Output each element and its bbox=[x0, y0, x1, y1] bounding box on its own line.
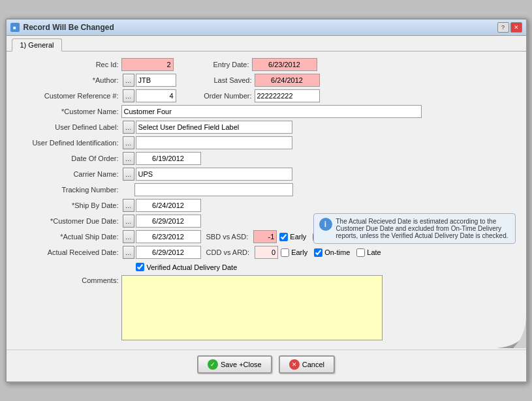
row-comments: Comments: bbox=[17, 275, 516, 340]
row-customer-name: *Customer Name: bbox=[17, 105, 516, 118]
row-carrier-name: Carrier Name: … bbox=[17, 168, 516, 181]
info-box-container: i The Actual Recieved Date is estimated … bbox=[313, 213, 516, 244]
row-rec-id: Rec Id: Entry Date: bbox=[17, 58, 516, 71]
ship-by-date-field[interactable] bbox=[136, 199, 201, 212]
title-bar: ■ Record Will Be Changed ? ✕ bbox=[7, 20, 526, 36]
actual-received-date-label: Actual Received Date: bbox=[17, 248, 121, 256]
rec-id-label: Rec Id: bbox=[17, 61, 121, 68]
help-button[interactable]: ? bbox=[497, 22, 509, 33]
cdd-vs-ard-row: CDD vs ARD: Early On-time bbox=[206, 246, 381, 259]
sbd-vs-asd-label: SBD vs ASD: bbox=[206, 233, 251, 241]
actual-ship-date-field[interactable] bbox=[136, 230, 201, 243]
user-defined-id-field[interactable] bbox=[136, 136, 292, 149]
cdd-late-checkbox[interactable] bbox=[356, 248, 365, 257]
row-author: *Author: … Last Saved: bbox=[17, 74, 516, 87]
close-button[interactable]: ✕ bbox=[510, 22, 522, 33]
customer-due-date-field[interactable] bbox=[136, 215, 201, 228]
row-verified: Verified Actual Delivery Date bbox=[136, 263, 516, 271]
title-bar-left: ■ Record Will Be Changed bbox=[10, 23, 114, 32]
cdd-vs-ard-field[interactable] bbox=[255, 246, 278, 259]
ship-by-date-label: *Ship By Date: bbox=[17, 201, 121, 209]
carrier-name-label: Carrier Name: bbox=[17, 170, 121, 178]
tab-bar: 1) General bbox=[7, 36, 526, 52]
tracking-number-field[interactable] bbox=[134, 183, 293, 196]
verified-label: Verified Actual Delivery Date bbox=[147, 263, 238, 271]
row-user-defined-id: User Defined Identification: … bbox=[17, 136, 516, 149]
customer-ref-picker-button[interactable]: … bbox=[123, 89, 134, 102]
sbd-early-label: Early bbox=[290, 233, 306, 241]
actual-received-date-picker[interactable]: … bbox=[123, 246, 134, 259]
cdd-early-checkbox[interactable] bbox=[281, 248, 289, 257]
form-area: Rec Id: Entry Date: *Author: … Last Save… bbox=[7, 52, 526, 349]
cancel-button[interactable]: ✕ Cancel bbox=[279, 355, 335, 374]
user-defined-id-picker-button[interactable]: … bbox=[123, 136, 134, 149]
actual-received-date-field[interactable] bbox=[136, 246, 201, 259]
tab-general[interactable]: 1) General bbox=[12, 38, 63, 52]
footer: ✓ Save +Close ✕ Cancel bbox=[7, 349, 526, 381]
author-label: *Author: bbox=[17, 76, 121, 84]
user-defined-picker-button[interactable]: … bbox=[123, 121, 134, 134]
date-of-order-label: Date Of Order: bbox=[17, 155, 121, 162]
date-of-order-picker-button[interactable]: … bbox=[123, 152, 134, 165]
entry-date-label: Entry Date: bbox=[174, 61, 252, 68]
customer-ref-label: Customer Reference #: bbox=[17, 92, 121, 100]
customer-due-date-picker[interactable]: … bbox=[123, 215, 134, 228]
cdd-ontime-checkbox[interactable] bbox=[314, 248, 322, 257]
window-controls: ? ✕ bbox=[497, 22, 522, 33]
cdd-ontime-label: On-time bbox=[324, 248, 350, 256]
order-number-label: Order Number: bbox=[176, 92, 255, 100]
rec-id-field[interactable] bbox=[121, 58, 174, 71]
verified-checkbox[interactable] bbox=[136, 263, 144, 271]
customer-ref-field[interactable] bbox=[136, 89, 176, 102]
info-box: i The Actual Recieved Date is estimated … bbox=[313, 213, 516, 244]
row-customer-ref: Customer Reference #: … Order Number: bbox=[17, 89, 516, 102]
user-defined-label-label: User Defined Label: bbox=[17, 123, 121, 131]
carrier-name-picker-button[interactable]: … bbox=[123, 168, 134, 181]
customer-due-date-label: *Customer Due Date: bbox=[17, 217, 121, 225]
comments-field[interactable] bbox=[121, 275, 383, 340]
info-icon: i bbox=[319, 218, 332, 231]
author-field[interactable] bbox=[136, 74, 176, 87]
cancel-label: Cancel bbox=[302, 361, 324, 368]
row-actual-received-date: Actual Received Date: … CDD vs ARD: Earl… bbox=[17, 246, 381, 259]
date-of-order-field[interactable] bbox=[136, 152, 201, 165]
main-window: ■ Record Will Be Changed ? ✕ 1) General … bbox=[5, 18, 527, 383]
actual-ship-date-label: *Actual Ship Date: bbox=[17, 233, 121, 241]
sbd-early-checkbox[interactable] bbox=[279, 233, 288, 241]
cancel-icon: ✕ bbox=[289, 359, 300, 370]
row-user-defined-label: User Defined Label: … bbox=[17, 121, 516, 134]
user-defined-id-label: User Defined Identification: bbox=[17, 139, 121, 147]
order-number-field[interactable] bbox=[255, 89, 320, 102]
carrier-name-field[interactable] bbox=[136, 168, 292, 181]
row-tracking-number: Tracking Number: bbox=[17, 183, 516, 196]
actual-ship-date-picker[interactable]: … bbox=[123, 230, 134, 243]
ship-by-date-picker[interactable]: … bbox=[123, 199, 134, 212]
tracking-number-label: Tracking Number: bbox=[17, 186, 121, 194]
row-ship-by-date: *Ship By Date: … bbox=[17, 199, 381, 212]
cdd-vs-ard-label: CDD vs ARD: bbox=[206, 248, 253, 256]
cdd-checkbox-group: Early On-time Late bbox=[281, 248, 381, 257]
last-saved-field[interactable] bbox=[255, 74, 320, 87]
save-close-button[interactable]: ✓ Save +Close bbox=[197, 355, 272, 374]
app-icon: ■ bbox=[10, 23, 20, 32]
window-title: Record Will Be Changed bbox=[23, 23, 114, 32]
last-saved-label: Last Saved: bbox=[176, 76, 255, 84]
sbd-vs-asd-field[interactable] bbox=[253, 230, 277, 243]
author-picker-button[interactable]: … bbox=[123, 74, 134, 87]
user-defined-label-field[interactable] bbox=[136, 121, 292, 134]
info-text: The Actual Recieved Date is estimated ac… bbox=[336, 218, 510, 239]
entry-date-field[interactable] bbox=[252, 58, 317, 71]
comments-label: Comments: bbox=[17, 275, 121, 284]
save-close-label: Save +Close bbox=[221, 361, 262, 368]
customer-name-field[interactable] bbox=[121, 105, 422, 118]
cdd-early-label: Early bbox=[291, 248, 307, 256]
cdd-late-check: Late bbox=[356, 248, 381, 257]
cdd-early-check: Early bbox=[281, 248, 307, 257]
customer-name-label: *Customer Name: bbox=[17, 108, 121, 115]
cdd-ontime-check: On-time bbox=[314, 248, 350, 257]
cdd-late-label: Late bbox=[367, 248, 381, 256]
sbd-early-check: Early bbox=[279, 233, 306, 241]
row-date-of-order: Date Of Order: … bbox=[17, 152, 516, 165]
content: Rec Id: Entry Date: *Author: … Last Save… bbox=[7, 52, 526, 349]
save-icon: ✓ bbox=[208, 359, 218, 370]
